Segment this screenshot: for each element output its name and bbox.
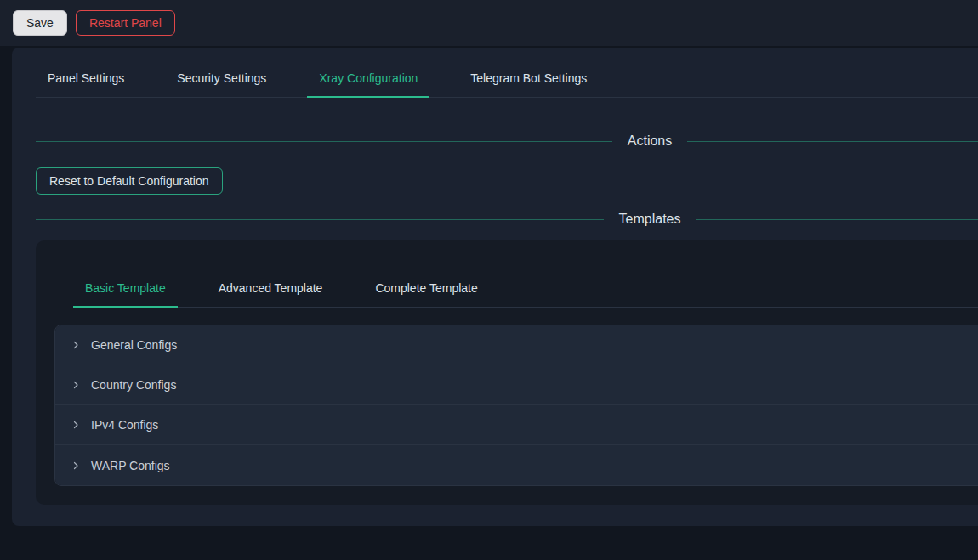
accordion-label: General Configs: [91, 338, 177, 352]
tab-xray-configuration[interactable]: Xray Configuration: [307, 71, 429, 98]
reset-default-configuration-button[interactable]: Reset to Default Configuration: [36, 167, 223, 195]
templates-divider-label: Templates: [619, 212, 681, 227]
settings-tab-bar: Panel Settings Security Settings Xray Co…: [36, 71, 978, 98]
tab-security-settings[interactable]: Security Settings: [165, 71, 278, 97]
top-toolbar: Save Restart Panel: [0, 0, 978, 46]
accordion-ipv4-configs[interactable]: IPv4 Configs: [55, 405, 978, 445]
template-config-accordion: General Configs Country Configs IPv4 Con…: [54, 325, 978, 486]
tab-advanced-template[interactable]: Advanced Template: [207, 281, 335, 307]
settings-card: Panel Settings Security Settings Xray Co…: [12, 48, 978, 526]
templates-card: Basic Template Advanced Template Complet…: [36, 240, 978, 505]
tab-panel-settings[interactable]: Panel Settings: [36, 71, 136, 97]
accordion-label: Country Configs: [91, 378, 176, 392]
accordion-warp-configs[interactable]: WARP Configs: [55, 445, 978, 485]
tab-complete-template[interactable]: Complete Template: [363, 281, 489, 307]
actions-divider-label: Actions: [628, 133, 672, 149]
restart-panel-button[interactable]: Restart Panel: [76, 10, 175, 36]
save-button[interactable]: Save: [13, 10, 67, 36]
accordion-general-configs[interactable]: General Configs: [55, 325, 978, 365]
chevron-right-icon: [71, 461, 81, 471]
accordion-country-configs[interactable]: Country Configs: [55, 365, 978, 405]
actions-section: Reset to Default Configuration: [36, 167, 978, 195]
templates-divider: Templates: [36, 212, 978, 227]
accordion-label: IPv4 Configs: [91, 418, 158, 432]
chevron-right-icon: [71, 380, 81, 390]
chevron-right-icon: [71, 420, 81, 430]
tab-telegram-bot-settings[interactable]: Telegram Bot Settings: [458, 71, 599, 97]
chevron-right-icon: [71, 340, 81, 350]
accordion-label: WARP Configs: [91, 459, 170, 472]
actions-divider: Actions: [36, 133, 978, 149]
template-tab-bar: Basic Template Advanced Template Complet…: [73, 281, 978, 308]
tab-basic-template[interactable]: Basic Template: [73, 281, 178, 308]
